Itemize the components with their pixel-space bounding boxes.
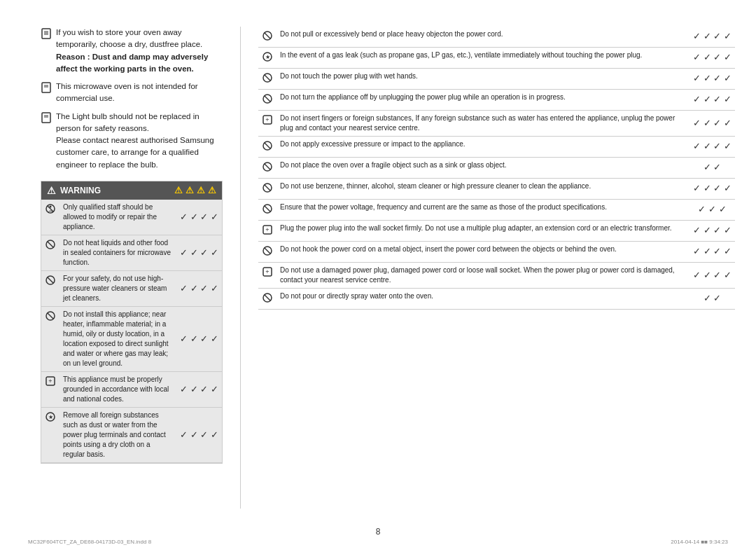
right-row: Do not pour or directly spray water onto… <box>258 289 735 310</box>
right-row: Do not apply excessive pressure or impac… <box>258 137 735 158</box>
right-row-checks: ✓ ✓ <box>690 289 735 310</box>
warning-row-text: Do not heat liquids and other food in se… <box>59 235 176 270</box>
right-row-text: Ensure that the power voltage, frequency… <box>276 200 690 221</box>
right-row-checks: ✓ ✓ ✓ ✓ <box>690 242 735 263</box>
intro-text-1a: If you wish to store your oven away temp… <box>56 28 202 48</box>
right-row-checks: ✓ ✓ ✓ ✓ <box>690 48 735 69</box>
right-row-text: Do not insert fingers or foreign substan… <box>276 111 690 137</box>
right-table: Do not pull or excessively bend or place… <box>258 27 735 310</box>
warning-row: Only qualified staff should be allowed t… <box>41 200 222 235</box>
right-row: Do not turn the appliance off by unplugg… <box>258 90 735 111</box>
book-icon-2 <box>41 82 52 93</box>
footer-right: 2014-04-14 ■■ 9:34:23 <box>671 539 728 545</box>
svg-text:+: + <box>265 268 269 275</box>
warning-row-checks: ✓ ✓ ✓ ✓ <box>176 200 222 235</box>
warning-row-icon <box>41 306 59 371</box>
right-row: + Do not use a damaged power plug, damag… <box>258 263 735 289</box>
right-row-icon <box>258 289 276 310</box>
right-row-icon: + <box>258 111 276 137</box>
warning-row-text: For your safety, do not use high-pressur… <box>59 270 176 306</box>
right-row-icon <box>258 137 276 158</box>
right-column: Do not pull or excessively bend or place… <box>258 27 735 509</box>
left-column: If you wish to store your oven away temp… <box>41 27 223 509</box>
warning-row-icon <box>41 235 59 270</box>
warning-header-icons: ⚠ ⚠ ⚠ ⚠ <box>174 185 216 195</box>
warning-icon-3: ⚠ <box>197 185 205 195</box>
right-row-checks: ✓ ✓ ✓ ✓ <box>690 90 735 111</box>
right-row-text: In the event of a gas leak (such as prop… <box>276 48 690 69</box>
page-number: 8 <box>376 527 381 537</box>
svg-rect-7 <box>42 113 50 123</box>
right-row: Do not place the oven over a fragile obj… <box>258 158 735 179</box>
right-row: Ensure that the power voltage, frequency… <box>258 200 735 221</box>
warning-row-checks: ✓ ✓ ✓ ✓ <box>176 235 222 270</box>
right-row-icon <box>258 158 276 179</box>
right-row-icon: + <box>258 263 276 289</box>
warning-row-checks: ✓ ✓ ✓ ✓ <box>176 270 222 306</box>
svg-line-28 <box>265 75 270 81</box>
svg-text:★: ★ <box>48 414 53 420</box>
warning-row-icon <box>41 200 59 235</box>
right-row: Do not use benzene, thinner, alcohol, st… <box>258 179 735 200</box>
right-row-icon <box>258 27 276 48</box>
right-row-checks: ✓ ✓ ✓ ✓ <box>690 111 735 137</box>
warning-row-icon: ★ <box>41 407 59 462</box>
footer-left: MC32F604TCT_ZA_DE68-04173D-03_EN.indd 8 <box>28 539 151 545</box>
column-divider <box>240 27 241 509</box>
right-row-icon: + <box>258 221 276 242</box>
warning-row-icon: + <box>41 371 59 407</box>
warning-table: Only qualified staff should be allowed t… <box>41 200 222 463</box>
right-row-icon <box>258 69 276 90</box>
svg-line-36 <box>265 164 270 170</box>
right-row: + Do not insert fingers or foreign subst… <box>258 111 735 137</box>
svg-point-12 <box>50 205 52 207</box>
warning-row-checks: ✓ ✓ ✓ ✓ <box>176 371 222 407</box>
right-row-icon: ★ <box>258 48 276 69</box>
book-icon-1 <box>41 28 52 39</box>
warning-row-text: Remove all foreign substances such as du… <box>59 407 176 462</box>
right-row-text: Plug the power plug into the wall socket… <box>276 221 690 242</box>
intro-item-2: This microwave oven is not intended for … <box>41 81 223 105</box>
right-row: ★ In the event of a gas leak (such as pr… <box>258 48 735 69</box>
svg-line-40 <box>265 206 270 212</box>
warning-row: ★ Remove all foreign substances such as … <box>41 407 222 462</box>
intro-item-1: If you wish to store your oven away temp… <box>41 27 223 75</box>
right-row-checks: ✓ ✓ ✓ ✓ <box>690 69 735 90</box>
warning-row-checks: ✓ ✓ ✓ ✓ <box>176 407 222 462</box>
svg-line-30 <box>265 96 270 102</box>
warning-row: Do not heat liquids and other food in se… <box>41 235 222 270</box>
warning-icon-4: ⚠ <box>208 185 216 195</box>
svg-rect-4 <box>42 83 50 92</box>
warning-triangle-icon: ⚠ <box>47 185 56 196</box>
warning-row-text: Do not install this appliance; near heat… <box>59 306 176 371</box>
intro-text-3: The Light bulb should not be replaced in… <box>56 111 223 171</box>
warning-header: ⚠ WARNING ⚠ ⚠ ⚠ ⚠ <box>41 181 222 200</box>
svg-text:★: ★ <box>265 54 270 60</box>
svg-line-44 <box>265 248 270 254</box>
right-row-checks: ✓ ✓ ✓ ✓ <box>690 263 735 289</box>
warning-row: Do not install this appliance; near heat… <box>41 306 222 371</box>
right-row-checks: ✓ ✓ ✓ ✓ <box>690 137 735 158</box>
right-row-icon <box>258 179 276 200</box>
svg-line-14 <box>48 242 53 247</box>
right-row: Do not pull or excessively bend or place… <box>258 27 735 48</box>
warning-row-checks: ✓ ✓ ✓ ✓ <box>176 306 222 371</box>
right-row-icon <box>258 90 276 111</box>
right-row-text: Do not use a damaged power plug, damaged… <box>276 263 690 289</box>
warning-icon-1: ⚠ <box>174 185 183 195</box>
right-row-text: Do not pour or directly spray water onto… <box>276 289 690 310</box>
right-row-text: Do not turn the appliance off by unplugg… <box>276 90 690 111</box>
right-row-icon <box>258 200 276 221</box>
warning-row-icon <box>41 270 59 306</box>
right-row-checks: ✓ ✓ ✓ ✓ <box>690 27 735 48</box>
right-row-text: Do not touch the power plug with wet han… <box>276 69 690 90</box>
warning-row-text: This appliance must be properly grounded… <box>59 371 176 407</box>
warning-row-text: Only qualified staff should be allowed t… <box>59 200 176 235</box>
right-row: Do not touch the power plug with wet han… <box>258 69 735 90</box>
right-row-text: Do not hook the power cord on a metal ob… <box>276 242 690 263</box>
svg-text:+: + <box>265 226 269 233</box>
svg-line-38 <box>265 185 270 191</box>
svg-line-24 <box>265 33 270 39</box>
intro-text-2: This microwave oven is not intended for … <box>56 81 223 105</box>
warning-row: For your safety, do not use high-pressur… <box>41 270 222 306</box>
